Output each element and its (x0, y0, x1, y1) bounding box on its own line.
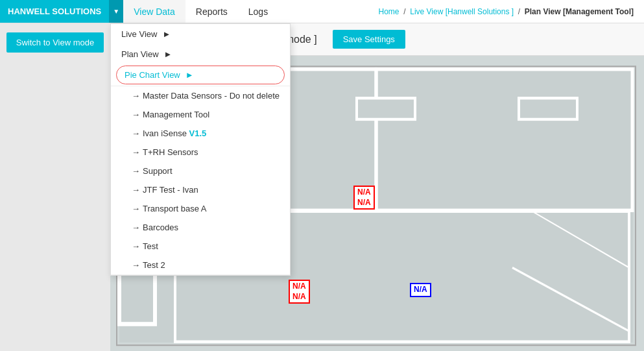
navbar: HANWELL SOLUTIONS ▼ View Data Reports Lo… (0, 0, 644, 23)
dropdown-management-tool[interactable]: →Management Tool (111, 105, 290, 124)
na-badge-1: N/AN/A (353, 186, 375, 210)
dropdown-section-views: Live View ► Plan View ► Pie Chart View ► (111, 24, 290, 86)
save-settings-button[interactable]: Save Settings (333, 30, 405, 49)
dropdown-ivan-isense[interactable]: →Ivan iSense V1.5 (111, 124, 290, 143)
breadcrumb-home[interactable]: Home (379, 7, 400, 16)
dropdown-live-view[interactable]: Live View ► (111, 24, 290, 44)
breadcrumb-current: Plan View [Management Tool] (525, 7, 634, 16)
svg-rect-8 (519, 98, 577, 119)
nav-item-reports[interactable]: Reports (185, 0, 238, 23)
na-badge-3: N/A (410, 283, 431, 297)
na-badge-2: N/AN/A (289, 280, 310, 304)
view-data-dropdown: Live View ► Plan View ► Pie Chart View ►… (110, 23, 291, 276)
nav-item-view-data[interactable]: View Data (123, 0, 185, 23)
dropdown-section-subviews: →Master Data Sensors - Do not delete →Ma… (111, 86, 290, 275)
brand-logo[interactable]: HANWELL SOLUTIONS (0, 0, 109, 23)
breadcrumb: Home / Live View [Hanwell Solutions ] / … (379, 7, 644, 16)
dropdown-barcodes[interactable]: →Barcodes (111, 218, 290, 237)
content-area: Switch to View mode Plan View [Managemen… (0, 23, 644, 351)
dropdown-test[interactable]: →Test (111, 237, 290, 256)
dropdown-plan-view[interactable]: Plan View ► (111, 44, 290, 64)
live-view-label: Live View (121, 29, 157, 39)
plan-view-arrow: ► (164, 49, 173, 59)
dropdown-test-2[interactable]: →Test 2 (111, 256, 290, 274)
brand-name: HANWELL SOLUTIONS (8, 6, 101, 16)
brand-dropdown-arrow[interactable]: ▼ (109, 0, 123, 23)
dropdown-transport-base-a[interactable]: →Transport base A (111, 199, 290, 218)
pie-chart-arrow: ► (185, 70, 194, 80)
plan-view-label: Plan View (121, 49, 159, 59)
dropdown-pie-chart-view[interactable]: Pie Chart View ► (116, 66, 285, 84)
dropdown-jtf-test[interactable]: →JTF Test - Ivan (111, 180, 290, 199)
nav-item-logs[interactable]: Logs (238, 0, 278, 23)
nav-items: View Data Reports Logs (123, 0, 278, 23)
dropdown-master-data[interactable]: →Master Data Sensors - Do not delete (111, 86, 290, 105)
svg-rect-7 (357, 98, 415, 119)
live-view-arrow: ► (162, 29, 171, 39)
switch-view-mode-button[interactable]: Switch to View mode (6, 32, 104, 53)
dropdown-t-rh-sensors[interactable]: →T+RH Sensors (111, 143, 290, 162)
pie-chart-label: Pie Chart View (125, 70, 180, 80)
dropdown-support[interactable]: →Support (111, 162, 290, 180)
breadcrumb-live-view[interactable]: Live View [Hanwell Solutions ] (410, 7, 514, 16)
left-panel: Switch to View mode (0, 23, 110, 351)
